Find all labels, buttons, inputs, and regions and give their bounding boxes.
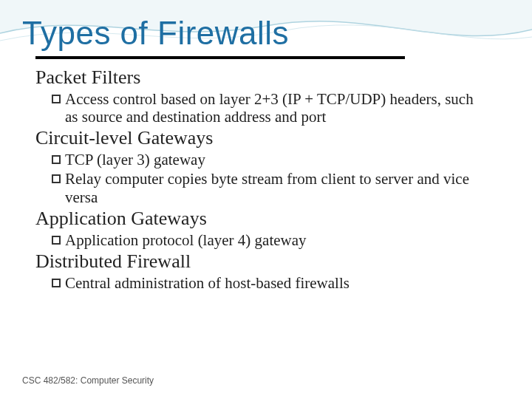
section-packet-filters: Packet Filters Access control based on l… [35, 66, 510, 126]
title-underline [35, 56, 405, 59]
bullet-text: Access control based on layer 2+3 (IP + … [65, 90, 510, 126]
section-heading: Packet Filters [35, 66, 510, 89]
square-bullet-icon [52, 155, 61, 164]
section-application-gateways: Application Gateways Application protoco… [35, 208, 510, 249]
square-bullet-icon [52, 236, 61, 245]
square-bullet-icon [52, 174, 61, 183]
slide-footer: CSC 482/582: Computer Security [22, 375, 154, 386]
bullet-text: Relay computer copies byte stream from c… [65, 170, 510, 205]
bullet-item: Relay computer copies byte stream from c… [52, 170, 510, 205]
bullet-list: Application protocol (layer 4) gateway [52, 231, 510, 249]
bullet-text: Application protocol (layer 4) gateway [65, 231, 510, 249]
slide-content: Types of Firewalls Packet Filters Access… [0, 0, 532, 292]
section-heading: Distributed Firewall [35, 250, 510, 273]
bullet-list: Access control based on layer 2+3 (IP + … [52, 90, 510, 126]
bullet-text: Central administration of host-based fir… [65, 274, 510, 292]
square-bullet-icon [52, 95, 61, 103]
bullet-item: Application protocol (layer 4) gateway [52, 231, 510, 249]
slide-title: Types of Firewalls [22, 15, 510, 52]
section-distributed-firewall: Distributed Firewall Central administrat… [35, 250, 510, 292]
bullet-list: TCP (layer 3) gateway Relay computer cop… [52, 151, 510, 205]
section-heading: Circuit-level Gateways [35, 127, 510, 149]
bullet-item: Access control based on layer 2+3 (IP + … [52, 90, 510, 126]
section-circuit-gateways: Circuit-level Gateways TCP (layer 3) gat… [35, 127, 510, 205]
bullet-item: TCP (layer 3) gateway [52, 151, 510, 168]
section-heading: Application Gateways [35, 208, 510, 230]
bullet-item: Central administration of host-based fir… [52, 274, 510, 292]
bullet-text: TCP (layer 3) gateway [65, 151, 510, 168]
square-bullet-icon [52, 279, 61, 287]
bullet-list: Central administration of host-based fir… [52, 274, 510, 292]
